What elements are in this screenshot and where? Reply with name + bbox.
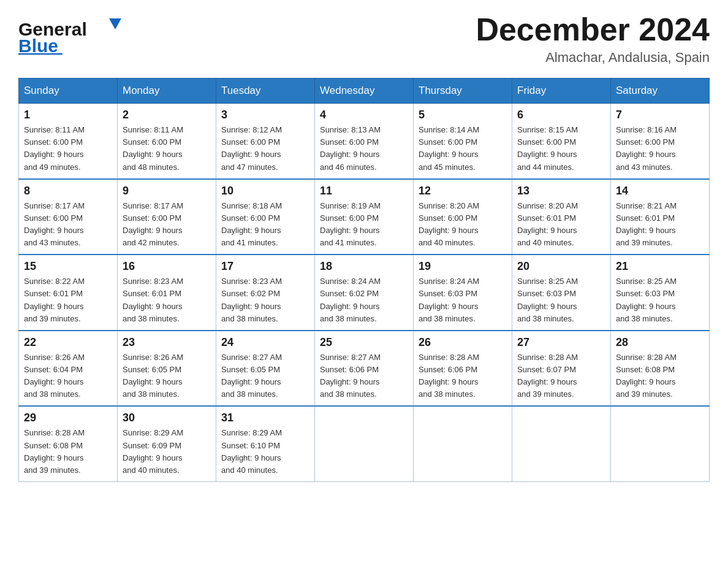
calendar-cell: 3Sunrise: 8:12 AMSunset: 6:00 PMDaylight…: [216, 104, 315, 179]
day-info: Sunrise: 8:18 AMSunset: 6:00 PMDaylight:…: [221, 200, 309, 250]
day-info: Sunrise: 8:20 AMSunset: 6:01 PMDaylight:…: [517, 200, 605, 250]
day-info: Sunrise: 8:21 AMSunset: 6:01 PMDaylight:…: [616, 200, 704, 250]
day-header-monday: Monday: [118, 79, 216, 104]
day-number: 15: [24, 260, 112, 273]
day-number: 9: [123, 185, 211, 197]
calendar-cell: 8Sunrise: 8:17 AMSunset: 6:00 PMDaylight…: [19, 179, 118, 255]
calendar-cell: 19Sunrise: 8:24 AMSunset: 6:03 PMDayligh…: [414, 255, 512, 331]
day-info: Sunrise: 8:24 AMSunset: 6:02 PMDaylight:…: [320, 275, 408, 325]
day-number: 2: [123, 109, 211, 121]
day-info: Sunrise: 8:17 AMSunset: 6:00 PMDaylight:…: [24, 200, 112, 250]
day-info: Sunrise: 8:11 AMSunset: 6:00 PMDaylight:…: [123, 124, 211, 174]
title-block: December 2024 Almachar, Andalusia, Spain: [476, 12, 710, 66]
day-header-saturday: Saturday: [611, 79, 710, 104]
calendar-cell: 12Sunrise: 8:20 AMSunset: 6:00 PMDayligh…: [414, 179, 512, 255]
day-info: Sunrise: 8:11 AMSunset: 6:00 PMDaylight:…: [24, 124, 112, 174]
calendar-cell: 25Sunrise: 8:27 AMSunset: 6:06 PMDayligh…: [315, 331, 414, 407]
calendar-cell: 10Sunrise: 8:18 AMSunset: 6:00 PMDayligh…: [216, 179, 315, 255]
day-number: 30: [123, 412, 211, 424]
calendar-cell: 5Sunrise: 8:14 AMSunset: 6:00 PMDaylight…: [414, 104, 512, 179]
day-info: Sunrise: 8:17 AMSunset: 6:00 PMDaylight:…: [123, 200, 211, 250]
day-number: 4: [320, 109, 408, 121]
day-number: 24: [221, 336, 309, 349]
calendar-cell: 26Sunrise: 8:28 AMSunset: 6:06 PMDayligh…: [414, 331, 512, 407]
day-number: 14: [616, 185, 704, 197]
day-info: Sunrise: 8:29 AMSunset: 6:09 PMDaylight:…: [123, 427, 211, 477]
calendar-cell: 23Sunrise: 8:26 AMSunset: 6:05 PMDayligh…: [118, 331, 216, 407]
day-number: 1: [24, 109, 112, 121]
day-info: Sunrise: 8:12 AMSunset: 6:00 PMDaylight:…: [221, 124, 309, 174]
calendar-cell: 31Sunrise: 8:29 AMSunset: 6:10 PMDayligh…: [216, 406, 315, 481]
calendar-cell: 9Sunrise: 8:17 AMSunset: 6:00 PMDaylight…: [118, 179, 216, 255]
calendar-cell: 7Sunrise: 8:16 AMSunset: 6:00 PMDaylight…: [611, 104, 710, 179]
day-info: Sunrise: 8:13 AMSunset: 6:00 PMDaylight:…: [320, 124, 408, 174]
calendar-cell: 30Sunrise: 8:29 AMSunset: 6:09 PMDayligh…: [118, 406, 216, 481]
day-number: 21: [616, 260, 704, 273]
week-row-5: 29Sunrise: 8:28 AMSunset: 6:08 PMDayligh…: [19, 406, 710, 481]
day-number: 29: [24, 412, 112, 424]
day-number: 26: [419, 336, 507, 349]
calendar-cell: 13Sunrise: 8:20 AMSunset: 6:01 PMDayligh…: [512, 179, 611, 255]
week-row-2: 8Sunrise: 8:17 AMSunset: 6:00 PMDaylight…: [19, 179, 710, 255]
day-number: 20: [517, 260, 605, 273]
day-number: 19: [419, 260, 507, 273]
calendar-cell: 21Sunrise: 8:25 AMSunset: 6:03 PMDayligh…: [611, 255, 710, 331]
day-number: 16: [123, 260, 211, 273]
day-number: 17: [221, 260, 309, 273]
month-title: December 2024: [476, 12, 710, 47]
day-info: Sunrise: 8:15 AMSunset: 6:00 PMDaylight:…: [517, 124, 605, 174]
day-info: Sunrise: 8:20 AMSunset: 6:00 PMDaylight:…: [419, 200, 507, 250]
day-info: Sunrise: 8:14 AMSunset: 6:00 PMDaylight:…: [419, 124, 507, 174]
calendar-cell: 6Sunrise: 8:15 AMSunset: 6:00 PMDaylight…: [512, 104, 611, 179]
day-info: Sunrise: 8:16 AMSunset: 6:00 PMDaylight:…: [616, 124, 704, 174]
calendar-cell: 11Sunrise: 8:19 AMSunset: 6:00 PMDayligh…: [315, 179, 414, 255]
day-info: Sunrise: 8:28 AMSunset: 6:08 PMDaylight:…: [24, 427, 112, 477]
day-header-sunday: Sunday: [19, 79, 118, 104]
day-number: 7: [616, 109, 704, 121]
calendar-cell: 24Sunrise: 8:27 AMSunset: 6:05 PMDayligh…: [216, 331, 315, 407]
day-header-wednesday: Wednesday: [315, 79, 414, 104]
day-info: Sunrise: 8:23 AMSunset: 6:02 PMDaylight:…: [221, 275, 309, 325]
day-info: Sunrise: 8:25 AMSunset: 6:03 PMDaylight:…: [517, 275, 605, 325]
day-number: 18: [320, 260, 408, 273]
day-header-friday: Friday: [512, 79, 611, 104]
calendar-cell: 28Sunrise: 8:28 AMSunset: 6:08 PMDayligh…: [611, 331, 710, 407]
calendar-cell: [512, 406, 611, 481]
day-number: 27: [517, 336, 605, 349]
day-info: Sunrise: 8:28 AMSunset: 6:07 PMDaylight:…: [517, 351, 605, 401]
calendar-header-row: SundayMondayTuesdayWednesdayThursdayFrid…: [19, 79, 710, 104]
svg-marker-1: [109, 18, 121, 29]
day-info: Sunrise: 8:19 AMSunset: 6:00 PMDaylight:…: [320, 200, 408, 250]
calendar-cell: 15Sunrise: 8:22 AMSunset: 6:01 PMDayligh…: [19, 255, 118, 331]
calendar-cell: 29Sunrise: 8:28 AMSunset: 6:08 PMDayligh…: [19, 406, 118, 481]
calendar-cell: 4Sunrise: 8:13 AMSunset: 6:00 PMDaylight…: [315, 104, 414, 179]
day-number: 5: [419, 109, 507, 121]
day-info: Sunrise: 8:27 AMSunset: 6:05 PMDaylight:…: [221, 351, 309, 401]
day-info: Sunrise: 8:29 AMSunset: 6:10 PMDaylight:…: [221, 427, 309, 477]
calendar-cell: 20Sunrise: 8:25 AMSunset: 6:03 PMDayligh…: [512, 255, 611, 331]
day-number: 10: [221, 185, 309, 197]
day-info: Sunrise: 8:28 AMSunset: 6:06 PMDaylight:…: [419, 351, 507, 401]
page-header: General Blue December 2024 Almachar, And…: [18, 12, 710, 66]
svg-text:Blue: Blue: [18, 36, 58, 56]
day-number: 13: [517, 185, 605, 197]
day-info: Sunrise: 8:27 AMSunset: 6:06 PMDaylight:…: [320, 351, 408, 401]
day-info: Sunrise: 8:28 AMSunset: 6:08 PMDaylight:…: [616, 351, 704, 401]
calendar-cell: 17Sunrise: 8:23 AMSunset: 6:02 PMDayligh…: [216, 255, 315, 331]
day-info: Sunrise: 8:26 AMSunset: 6:05 PMDaylight:…: [123, 351, 211, 401]
calendar-cell: [315, 406, 414, 481]
day-number: 12: [419, 185, 507, 197]
day-number: 28: [616, 336, 704, 349]
day-header-tuesday: Tuesday: [216, 79, 315, 104]
day-number: 11: [320, 185, 408, 197]
week-row-3: 15Sunrise: 8:22 AMSunset: 6:01 PMDayligh…: [19, 255, 710, 331]
day-number: 22: [24, 336, 112, 349]
day-info: Sunrise: 8:24 AMSunset: 6:03 PMDaylight:…: [419, 275, 507, 325]
calendar-cell: 1Sunrise: 8:11 AMSunset: 6:00 PMDaylight…: [19, 104, 118, 179]
calendar-cell: 2Sunrise: 8:11 AMSunset: 6:00 PMDaylight…: [118, 104, 216, 179]
day-number: 3: [221, 109, 309, 121]
day-number: 6: [517, 109, 605, 121]
day-number: 23: [123, 336, 211, 349]
calendar-body: 1Sunrise: 8:11 AMSunset: 6:00 PMDaylight…: [19, 104, 710, 482]
calendar-cell: [414, 406, 512, 481]
